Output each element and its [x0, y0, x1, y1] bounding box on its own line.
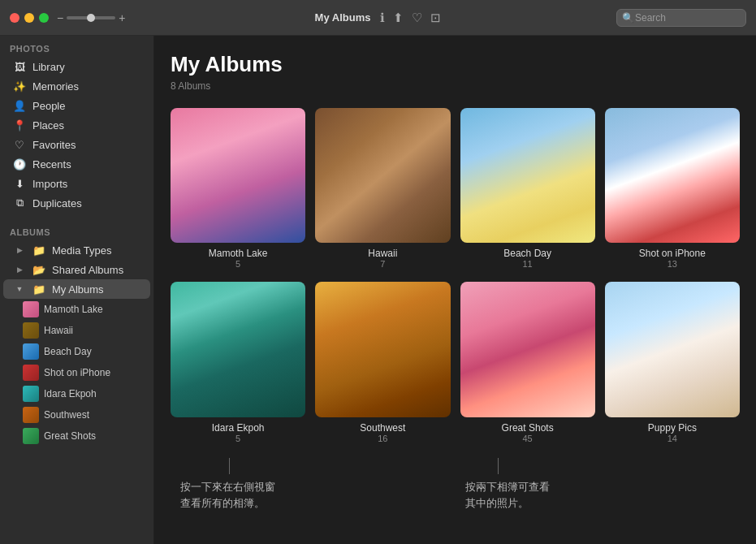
sidebar-label-memories: Memories — [32, 80, 79, 93]
duplicates-icon: ⧉ — [13, 196, 26, 209]
album-card-beach-day[interactable]: Beach Day11 — [460, 108, 595, 269]
titlebar-center: My Albums ℹ ⬆ ♡ ⊡ — [315, 11, 442, 25]
album-thumb-inner-southwest — [315, 282, 450, 417]
main-content: My Albums 8 Albums Mamoth Lake5Hawaii7Be… — [154, 36, 756, 544]
sidebar-item-places[interactable]: 📍 Places — [3, 115, 150, 135]
annotation-left: 按一下來在右側視窗 查看所有的相簿。 — [171, 451, 456, 518]
album-name-hawaii: Hawaii — [368, 248, 397, 259]
album-name-mamoth-lake: Mamoth Lake — [209, 248, 268, 259]
info-icon[interactable]: ℹ — [380, 11, 385, 25]
search-wrapper: 🔍 — [616, 9, 746, 27]
album-thumb-inner-beach-day — [460, 108, 595, 243]
people-icon: 👤 — [13, 99, 26, 112]
thumb-mamoth — [23, 301, 39, 317]
sidebar-item-library[interactable]: 🖼 Library — [3, 57, 150, 76]
album-thumb-shot-on-iphone — [605, 108, 740, 243]
sidebar-item-media-types[interactable]: ▶ 📁 Media Types — [3, 240, 150, 260]
sidebar-subitem-beach-day[interactable]: Beach Day — [3, 341, 150, 362]
album-card-shot-on-iphone[interactable]: Shot on iPhone13 — [605, 108, 740, 269]
sidebar-sublabel-shot-on-iphone: Shot on iPhone — [44, 367, 110, 378]
sidebar-item-people[interactable]: 👤 People — [3, 96, 150, 115]
album-thumb-inner-great-shots — [460, 282, 595, 417]
app-body: Photos 🖼 Library ✨ Memories 👤 People 📍 P… — [0, 36, 756, 544]
sidebar: Photos 🖼 Library ✨ Memories 👤 People 📍 P… — [0, 36, 154, 544]
album-thumb-inner-idara-ekpoh — [171, 282, 305, 417]
fullscreen-button[interactable] — [39, 13, 49, 23]
share-icon[interactable]: ⬆ — [393, 11, 404, 25]
close-button[interactable] — [10, 13, 19, 23]
titlebar: − + My Albums ℹ ⬆ ♡ ⊡ 🔍 — [0, 0, 756, 36]
sidebar-label-shared-albums: Shared Albums — [52, 264, 123, 276]
sidebar-subitem-idara[interactable]: Idara Ekpoh — [3, 383, 150, 404]
sidebar-subitem-great-shots[interactable]: Great Shots — [3, 425, 150, 447]
thumb-hawaii — [23, 322, 39, 339]
sidebar-sublabel-idara: Idara Ekpoh — [44, 388, 97, 399]
minimize-button[interactable] — [24, 13, 34, 23]
zoom-slider[interactable] — [67, 16, 115, 19]
album-name-puppy-pics: Puppy Pics — [648, 422, 697, 434]
sidebar-subitem-southwest[interactable]: Southwest — [3, 404, 150, 425]
recents-icon: 🕐 — [13, 158, 26, 171]
annotation-right: 按兩下相簿可查看 其中的照片。 — [456, 451, 741, 518]
album-count-southwest: 16 — [378, 434, 387, 443]
sidebar-item-my-albums[interactable]: ▼ 📁 My Albums — [3, 279, 150, 299]
albums-section-label: Albums — [0, 219, 153, 240]
chevron-down-icon: ▼ — [13, 283, 26, 296]
zoom-thumb — [87, 14, 95, 22]
album-card-hawaii[interactable]: Hawaii7 — [315, 108, 450, 269]
places-icon: 📍 — [13, 119, 26, 132]
heart-icon[interactable]: ♡ — [412, 11, 422, 25]
zoom-controls: − + — [57, 11, 125, 24]
album-name-shot-on-iphone: Shot on iPhone — [639, 248, 706, 259]
album-thumb-inner-hawaii — [315, 108, 450, 243]
favorites-icon: ♡ — [13, 138, 26, 151]
zoom-in-button[interactable]: + — [119, 11, 125, 24]
album-card-puppy-pics[interactable]: Puppy Pics14 — [605, 282, 740, 443]
sidebar-label-duplicates: Duplicates — [32, 197, 82, 209]
album-card-great-shots[interactable]: Great Shots45 — [460, 282, 595, 443]
album-name-idara-ekpoh: Idara Ekpoh — [212, 422, 265, 434]
crop-icon[interactable]: ⊡ — [430, 11, 441, 25]
search-input[interactable] — [616, 9, 746, 27]
sidebar-label-my-albums: My Albums — [52, 283, 104, 296]
sidebar-item-favorites[interactable]: ♡ Favorites — [3, 135, 150, 154]
sidebar-subitem-shot-on-iphone[interactable]: Shot on iPhone — [3, 362, 150, 383]
album-count-great-shots: 45 — [523, 434, 533, 443]
thumb-beach — [23, 343, 39, 360]
sidebar-label-imports: Imports — [32, 178, 67, 190]
sidebar-item-shared-albums[interactable]: ▶ 📂 Shared Albums — [3, 260, 150, 279]
sidebar-label-recents: Recents — [32, 158, 71, 171]
sidebar-label-favorites: Favorites — [32, 139, 76, 151]
album-card-idara-ekpoh[interactable]: Idara Ekpoh5 — [171, 282, 305, 443]
sidebar-item-recents[interactable]: 🕐 Recents — [3, 154, 150, 174]
album-thumb-puppy-pics — [605, 282, 740, 417]
album-thumb-hawaii — [315, 108, 450, 243]
sidebar-item-memories[interactable]: ✨ Memories — [3, 76, 150, 96]
thumb-idara — [23, 386, 39, 402]
titlebar-action-icons: ℹ ⬆ ♡ ⊡ — [380, 11, 441, 25]
thumb-great-shots — [23, 428, 39, 444]
album-grid: Mamoth Lake5Hawaii7Beach Day11Shot on iP… — [171, 108, 740, 443]
sidebar-subitem-mamoth-lake[interactable]: Mamoth Lake — [3, 299, 150, 320]
annotation-row: 按一下來在右側視窗 查看所有的相簿。 按兩下相簿可查看 其中的照片。 — [171, 451, 740, 518]
chevron-right-icon: ▶ — [13, 244, 26, 257]
sidebar-subitem-hawaii[interactable]: Hawaii — [3, 320, 150, 341]
sidebar-label-library: Library — [32, 61, 65, 73]
album-count-beach-day: 11 — [523, 259, 533, 269]
memories-icon: ✨ — [13, 80, 26, 93]
shared-albums-icon: 📂 — [32, 263, 45, 276]
album-thumb-inner-mamoth-lake — [171, 108, 305, 243]
titlebar-right: 🔍 — [616, 9, 746, 27]
sidebar-sublabel-hawaii: Hawaii — [44, 325, 73, 336]
sidebar-item-duplicates[interactable]: ⧉ Duplicates — [3, 193, 150, 213]
album-count-puppy-pics: 14 — [667, 434, 677, 443]
zoom-out-button[interactable]: − — [57, 11, 63, 24]
sidebar-item-imports[interactable]: ⬇ Imports — [3, 174, 150, 193]
album-name-beach-day: Beach Day — [503, 248, 551, 259]
album-thumb-inner-shot-on-iphone — [605, 108, 740, 243]
window-title: My Albums — [315, 11, 371, 24]
sidebar-sublabel-beach-day: Beach Day — [44, 346, 92, 357]
album-card-southwest[interactable]: Southwest16 — [315, 282, 450, 443]
sidebar-sublabel-great-shots: Great Shots — [44, 430, 96, 442]
album-card-mamoth-lake[interactable]: Mamoth Lake5 — [171, 108, 305, 269]
